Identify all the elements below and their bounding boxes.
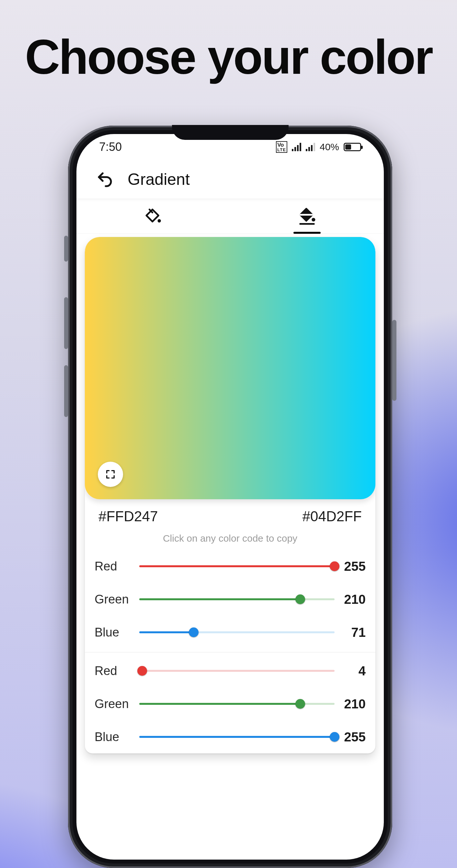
phone-volume-down [64,365,68,417]
tab-gradient[interactable] [230,199,384,234]
app-header: Gradient [77,160,384,199]
slider-blue[interactable] [139,626,335,639]
hex-row: #FFD247 #04D2FF [85,499,375,526]
gradient-card: #FFD247 #04D2FF Click on any color code … [85,237,375,753]
page-title: Gradient [128,170,190,189]
slider-label: Blue [95,730,139,744]
mode-tabs [77,199,384,234]
back-button[interactable] [96,170,114,188]
slider-value: 71 [335,625,366,640]
slider-row-c1-red: Red 255 [95,550,366,583]
slider-row-c2-blue: Blue 255 [95,720,366,753]
battery-percent: 40% [320,142,339,153]
slider-label: Blue [95,625,139,640]
slider-label: Red [95,664,139,678]
copy-hint: Click on any color code to copy [85,526,375,550]
slider-red[interactable] [139,664,335,677]
slider-blue[interactable] [139,731,335,743]
phone-screen: 7:50 Vo LTE 40% Gradient [77,134,384,860]
page-headline: Choose your color [0,29,457,85]
signal-icon-1 [292,143,301,151]
battery-icon [344,143,361,151]
slider-red[interactable] [139,560,335,573]
volte-bottom: LTE [277,148,286,152]
phone-mute-switch [64,236,68,261]
slider-value: 4 [335,664,366,678]
phone-notch [172,125,288,140]
paint-bucket-fill-icon [298,207,316,225]
gradient-preview [85,237,375,499]
back-icon [96,170,114,188]
svg-rect-2 [299,223,314,225]
status-right: Vo LTE 40% [276,141,361,153]
expand-icon [105,469,116,480]
hex-right[interactable]: #04D2FF [303,508,362,525]
slider-label: Red [95,559,139,574]
expand-button[interactable] [98,462,123,487]
slider-row-c1-green: Green 210 [95,583,366,616]
slider-row-c1-blue: Blue 71 [95,616,366,649]
phone-frame: 7:50 Vo LTE 40% Gradient [68,126,392,868]
signal-icon-2 [306,143,315,151]
phone-volume-up [64,297,68,349]
slider-group-color1: Red 255 Green 210 Blue 71 [85,550,375,649]
paint-bucket-icon [144,207,162,225]
slider-value: 210 [335,697,366,711]
slider-green[interactable] [139,698,335,710]
svg-point-1 [312,218,315,221]
slider-label: Green [95,592,139,607]
hex-left[interactable]: #FFD247 [98,508,158,525]
slider-row-c2-red: Red 4 [95,654,366,687]
tab-solid[interactable] [77,199,230,234]
svg-point-0 [158,219,161,222]
slider-row-c2-green: Green 210 [95,687,366,720]
volte-icon: Vo LTE [276,141,287,153]
slider-value: 210 [335,592,366,607]
status-time: 7:50 [99,140,122,154]
slider-group-color2: Red 4 Green 210 Blue 255 [85,652,375,753]
slider-label: Green [95,697,139,711]
phone-power-button [392,320,396,401]
slider-green[interactable] [139,593,335,606]
